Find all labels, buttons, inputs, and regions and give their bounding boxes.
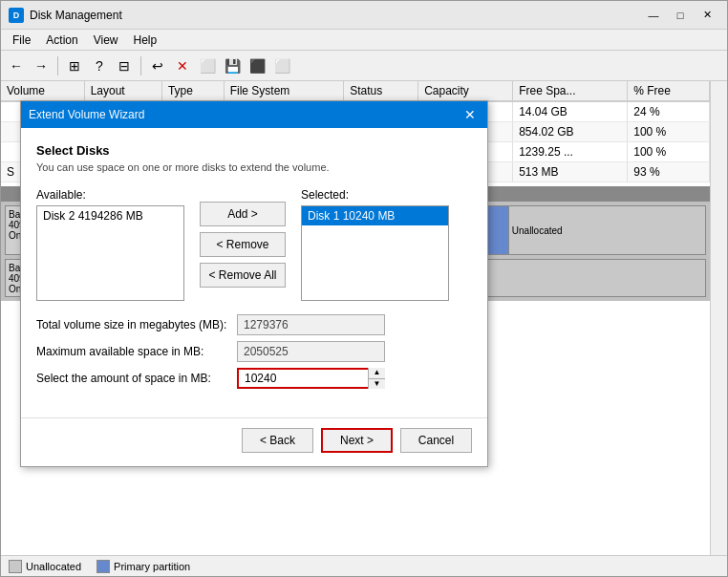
freespace-4: 513 MB xyxy=(513,162,628,182)
window-close-button[interactable]: ✕ xyxy=(695,6,719,25)
col-volume[interactable]: Volume xyxy=(1,81,84,101)
add-button[interactable]: Add > xyxy=(200,202,286,226)
col-filesystem[interactable]: File System xyxy=(224,81,344,101)
total-size-value xyxy=(237,314,385,335)
modal-close-button[interactable]: ✕ xyxy=(460,105,480,124)
col-capacity[interactable]: Capacity xyxy=(418,81,513,101)
total-size-row: Total volume size in megabytes (MB): xyxy=(36,314,472,335)
legend-unallocated-label: Unallocated xyxy=(26,561,81,572)
available-container: Available: Disk 2 4194286 MB xyxy=(36,188,184,301)
modal-body: Select Disks You can use space on one or… xyxy=(21,128,487,410)
back-button[interactable]: < Back xyxy=(242,428,313,453)
disk-selection-area: Available: Disk 2 4194286 MB Add > < Rem… xyxy=(36,188,472,301)
max-space-row: Maximum available space in MB: xyxy=(36,341,472,362)
back-button[interactable]: ← xyxy=(5,54,28,77)
toolbar-delete-btn[interactable]: ✕ xyxy=(171,54,194,77)
pctfree-3: 100 % xyxy=(628,142,710,162)
legend-unallocated: Unallocated xyxy=(9,560,81,573)
maximize-button[interactable]: □ xyxy=(668,6,693,25)
modal-footer: < Back Next > Cancel xyxy=(21,417,487,466)
amount-row: Select the amount of space in MB: ▲ ▼ xyxy=(36,368,472,389)
title-bar: D Disk Management — □ ✕ xyxy=(1,1,727,30)
freespace-2: 854.02 GB xyxy=(513,122,628,142)
legend-primary: Primary partition xyxy=(96,560,190,573)
max-space-value xyxy=(237,341,385,362)
pctfree-1: 24 % xyxy=(628,101,710,122)
menu-bar: File Action View Help xyxy=(1,30,727,51)
toolbar-btn-5[interactable]: ⬛ xyxy=(246,54,268,77)
toolbar-btn-4[interactable]: 💾 xyxy=(221,54,244,77)
cancel-button[interactable]: Cancel xyxy=(400,428,472,453)
window-title: Disk Management xyxy=(30,9,641,22)
freespace-3: 1239.25 ... xyxy=(513,142,628,162)
max-space-label: Maximum available space in MB: xyxy=(36,345,237,358)
partition-unalloc-1: Unallocated xyxy=(509,206,705,254)
pctfree-2: 100 % xyxy=(628,122,710,142)
menu-help[interactable]: Help xyxy=(126,32,165,49)
remove-button[interactable]: < Remove xyxy=(200,232,286,257)
menu-file[interactable]: File xyxy=(5,32,38,49)
available-label: Available: xyxy=(36,188,184,202)
app-icon: D xyxy=(9,8,24,23)
selected-label: Selected: xyxy=(301,188,449,202)
amount-label: Select the amount of space in MB: xyxy=(36,372,237,385)
toolbar-undo-btn[interactable]: ↩ xyxy=(146,54,169,77)
remove-all-button[interactable]: < Remove All xyxy=(200,263,286,288)
selected-item-0[interactable]: Disk 1 10240 MB xyxy=(302,206,448,225)
toolbar: ← → ⊞ ? ⊟ ↩ ✕ ⬜ 💾 ⬛ ⬜ xyxy=(1,51,727,81)
extend-volume-modal: Extend Volume Wizard ✕ Select Disks You … xyxy=(20,100,488,467)
pctfree-4: 93 % xyxy=(628,162,710,182)
selected-listbox[interactable]: Disk 1 10240 MB xyxy=(301,205,449,301)
modal-subtext: You can use space on one or more disks t… xyxy=(36,161,472,173)
modal-title: Extend Volume Wizard xyxy=(29,108,460,121)
spinner-down-button[interactable]: ▼ xyxy=(369,379,385,390)
col-type[interactable]: Type xyxy=(161,81,224,101)
selected-container: Selected: Disk 1 10240 MB xyxy=(301,188,449,301)
available-item-0[interactable]: Disk 2 4194286 MB xyxy=(37,206,183,225)
col-pctfree[interactable]: % Free xyxy=(628,81,710,101)
minimize-button[interactable]: — xyxy=(641,6,666,25)
window-controls: — □ ✕ xyxy=(641,6,719,25)
total-size-label: Total volume size in megabytes (MB): xyxy=(36,318,237,331)
toolbar-help-btn[interactable]: ? xyxy=(88,54,111,77)
toolbar-btn-3[interactable]: ⬜ xyxy=(196,54,219,77)
next-button[interactable]: Next > xyxy=(321,428,393,453)
toolbar-separator-1 xyxy=(57,56,58,75)
spinner-up-button[interactable]: ▲ xyxy=(369,368,385,379)
menu-action[interactable]: Action xyxy=(38,32,85,49)
legend-primary-color xyxy=(96,560,110,573)
forward-button[interactable]: → xyxy=(30,54,53,77)
col-freespace[interactable]: Free Spa... xyxy=(513,81,628,101)
list-action-buttons: Add > < Remove < Remove All xyxy=(196,188,289,301)
legend-bar: Unallocated Primary partition xyxy=(1,555,727,576)
legend-unallocated-color xyxy=(9,560,22,573)
toolbar-btn-1[interactable]: ⊞ xyxy=(63,54,86,77)
freespace-1: 14.04 GB xyxy=(513,101,628,122)
toolbar-btn-6[interactable]: ⬜ xyxy=(270,54,293,77)
main-window: D Disk Management — □ ✕ File Action View… xyxy=(0,0,728,577)
available-listbox[interactable]: Disk 2 4194286 MB xyxy=(36,205,184,301)
col-status[interactable]: Status xyxy=(344,81,418,101)
amount-input-container: ▲ ▼ xyxy=(237,368,385,389)
spinner: ▲ ▼ xyxy=(368,368,385,389)
toolbar-separator-2 xyxy=(140,56,141,75)
legend-primary-label: Primary partition xyxy=(114,561,190,572)
modal-heading: Select Disks xyxy=(36,143,472,158)
amount-input[interactable] xyxy=(237,368,385,389)
right-scrollbar[interactable] xyxy=(710,81,727,555)
main-content: Volume Layout Type File System Status Ca… xyxy=(1,81,727,555)
modal-title-bar: Extend Volume Wizard ✕ xyxy=(21,101,487,128)
toolbar-btn-2[interactable]: ⊟ xyxy=(113,54,136,77)
menu-view[interactable]: View xyxy=(86,32,126,49)
col-layout[interactable]: Layout xyxy=(84,81,161,101)
